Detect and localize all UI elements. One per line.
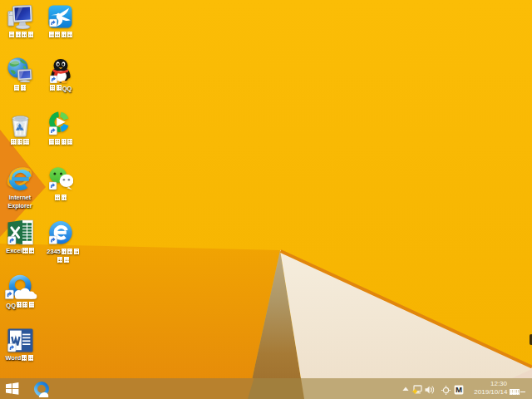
svg-text:M: M bbox=[456, 385, 462, 394]
